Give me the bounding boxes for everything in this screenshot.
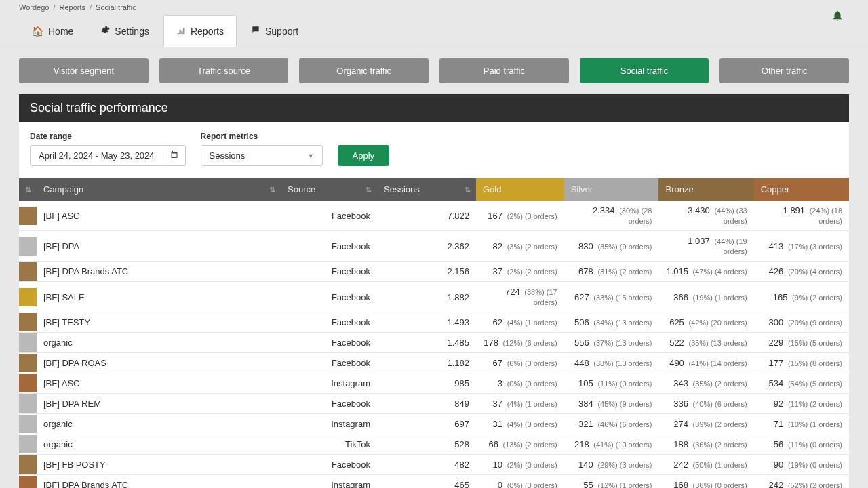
cell-copper: 413 (17%) (3 orders) <box>754 231 849 262</box>
cell-source: Instagram <box>281 373 377 394</box>
cell-copper: 165 (9%) (2 orders) <box>754 282 849 312</box>
table-row[interactable]: organicFacebook1.485178 (12%) (6 orders)… <box>19 333 849 353</box>
cell-bronze: 274 (39%) (2 orders) <box>658 414 753 434</box>
nav-settings[interactable]: Settings <box>87 15 162 47</box>
cell-copper: 426 (20%) (4 orders) <box>754 262 849 282</box>
notifications-icon[interactable] <box>831 9 844 25</box>
calendar-button[interactable] <box>163 145 186 166</box>
col-bar[interactable]: ⇅ <box>19 178 37 201</box>
cell-bronze: 3.430 (44%) (33 orders) <box>658 201 753 231</box>
cell-silver: 556 (37%) (13 orders) <box>564 333 659 353</box>
seg-tab-social-traffic[interactable]: Social traffic <box>580 58 709 83</box>
cell-silver: 627 (33%) (15 orders) <box>564 282 659 312</box>
cell-bronze: 168 (36%) (0 orders) <box>658 475 753 489</box>
panel-title: Social traffic performance <box>19 94 849 122</box>
cell-campaign: [BF] DPA Brands ATC <box>37 262 281 282</box>
col-source[interactable]: Source⇅ <box>281 178 377 201</box>
cell-campaign: [BF] FB POSTY <box>37 455 281 475</box>
cell-silver: 678 (31%) (2 orders) <box>564 262 659 282</box>
cell-source: Facebook <box>281 231 377 262</box>
cell-sessions: 465 <box>377 475 476 489</box>
cell-bronze: 490 (41%) (14 orders) <box>658 353 753 373</box>
col-sessions[interactable]: Sessions⇅ <box>377 178 476 201</box>
sort-icon: ⇅ <box>269 185 275 194</box>
cell-source: Instagram <box>281 414 377 434</box>
table-row[interactable]: [BF] DPA Brands ATCInstagram4650 (0%) (0… <box>19 475 849 489</box>
table-row[interactable]: [BF] SALEFacebook1.882724 (38%) (17 orde… <box>19 282 849 312</box>
date-range-input[interactable]: April 24, 2024 - May 23, 2024 <box>30 145 163 166</box>
table-row[interactable]: organicTikTok52866 (13%) (2 orders)218 (… <box>19 434 849 455</box>
table-row[interactable]: organicInstagram69731 (4%) (0 orders)321… <box>19 414 849 434</box>
seg-tab-traffic-source[interactable]: Traffic source <box>159 58 289 83</box>
col-copper[interactable]: Copper <box>754 178 849 201</box>
cell-sessions: 2.362 <box>377 231 476 262</box>
cell-gold: 62 (4%) (1 orders) <box>476 312 564 333</box>
home-icon: 🏠 <box>32 26 43 37</box>
cell-campaign: organic <box>37 333 281 353</box>
table-row[interactable]: [BF] ASCFacebook7.822167 (2%) (3 orders)… <box>19 201 849 231</box>
breadcrumb: Wordego / Reports / Social traffic <box>0 0 868 15</box>
breadcrumb-current: Social traffic <box>96 3 136 12</box>
row-bar <box>19 282 37 312</box>
cell-copper: 300 (20%) (9 orders) <box>754 312 849 333</box>
table-row[interactable]: [BF] DPA REMFacebook84937 (4%) (1 orders… <box>19 394 849 414</box>
cell-source: Facebook <box>281 262 377 282</box>
nav-home[interactable]: 🏠 Home <box>19 15 86 47</box>
col-campaign[interactable]: Campaign⇅ <box>37 178 281 201</box>
table-row[interactable]: [BF] DPA ROASFacebook1.18267 (6%) (0 ord… <box>19 353 849 373</box>
breadcrumb-root[interactable]: Wordego <box>19 3 49 12</box>
row-bar <box>19 434 37 455</box>
cell-sessions: 482 <box>377 455 476 475</box>
table-row[interactable]: [BF] FB POSTYFacebook48210 (2%) (0 order… <box>19 455 849 475</box>
nav-reports[interactable]: Reports <box>163 15 237 47</box>
col-gold[interactable]: Gold <box>476 178 564 201</box>
row-bar <box>19 455 37 475</box>
cell-source: Instagram <box>281 475 377 489</box>
cell-bronze: 336 (40%) (6 orders) <box>658 394 753 414</box>
cell-copper: 1.891 (24%) (18 orders) <box>754 201 849 231</box>
col-bronze[interactable]: Bronze <box>658 178 753 201</box>
row-bar <box>19 353 37 373</box>
metrics-value: Sessions <box>210 150 245 161</box>
metrics-select[interactable]: Sessions ▼ <box>201 145 323 166</box>
cell-silver: 218 (41%) (10 orders) <box>564 434 659 455</box>
cell-bronze: 366 (19%) (1 orders) <box>658 282 753 312</box>
apply-button[interactable]: Apply <box>338 145 390 166</box>
cell-bronze: 1.037 (44%) (19 orders) <box>658 231 753 262</box>
cell-campaign: [BF] DPA <box>37 231 281 262</box>
cell-gold: 167 (2%) (3 orders) <box>476 201 564 231</box>
seg-tab-other-traffic[interactable]: Other traffic <box>719 58 849 83</box>
report-panel: Social traffic performance Date range Ap… <box>19 94 849 488</box>
seg-tab-paid-traffic[interactable]: Paid traffic <box>439 58 569 83</box>
seg-tab-organic-traffic[interactable]: Organic traffic <box>299 58 429 83</box>
cell-sessions: 1.485 <box>377 333 476 353</box>
sort-icon: ⇅ <box>465 185 471 194</box>
cell-source: Facebook <box>281 282 377 312</box>
col-silver[interactable]: Silver <box>564 178 659 201</box>
cell-silver: 140 (29%) (3 orders) <box>564 455 659 475</box>
cell-gold: 66 (13%) (2 orders) <box>476 434 564 455</box>
breadcrumb-reports[interactable]: Reports <box>60 3 86 12</box>
nav-settings-label: Settings <box>115 26 149 37</box>
cell-gold: 37 (2%) (2 orders) <box>476 262 564 282</box>
table-row[interactable]: [BF] DPAFacebook2.36282 (3%) (2 orders)8… <box>19 231 849 262</box>
cell-source: TikTok <box>281 434 377 455</box>
row-bar <box>19 414 37 434</box>
cell-campaign: organic <box>37 434 281 455</box>
cell-silver: 384 (45%) (9 orders) <box>564 394 659 414</box>
nav-support-label: Support <box>265 26 298 37</box>
table-row[interactable]: [BF] ASCInstagram9853 (0%) (0 orders)105… <box>19 373 849 394</box>
controls: Date range April 24, 2024 - May 23, 2024… <box>19 122 849 178</box>
cell-sessions: 1.493 <box>377 312 476 333</box>
row-bar <box>19 333 37 353</box>
cell-bronze: 188 (36%) (2 orders) <box>658 434 753 455</box>
nav-support[interactable]: Support <box>238 15 311 47</box>
table-row[interactable]: [BF] TESTYFacebook1.49362 (4%) (1 orders… <box>19 312 849 333</box>
cell-gold: 10 (2%) (0 orders) <box>476 455 564 475</box>
table-row[interactable]: [BF] DPA Brands ATCFacebook2.15637 (2%) … <box>19 262 849 282</box>
sort-icon: ⇅ <box>366 185 372 194</box>
date-range-label: Date range <box>30 131 186 141</box>
seg-tab-visitor-segment[interactable]: Visitor segment <box>19 58 149 83</box>
cell-silver: 506 (34%) (13 orders) <box>564 312 659 333</box>
cell-gold: 31 (4%) (0 orders) <box>476 414 564 434</box>
